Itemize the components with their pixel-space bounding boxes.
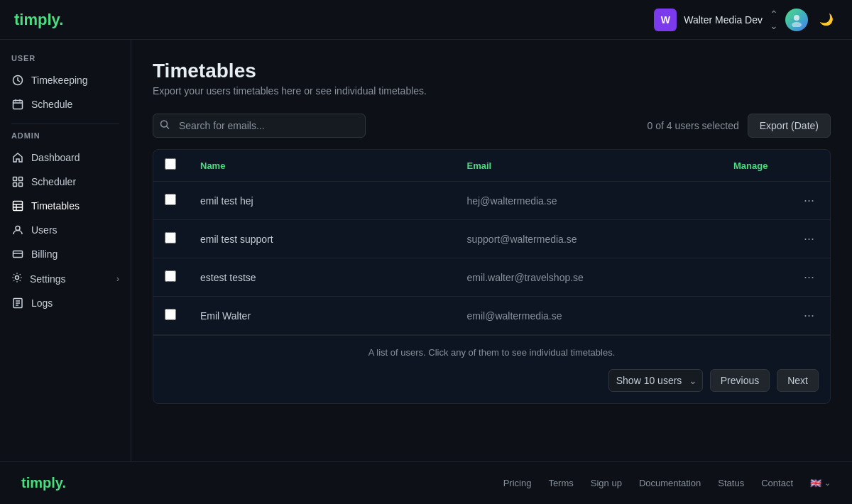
sidebar-item-timetables[interactable]: Timetables xyxy=(0,194,131,218)
main-layout: USER Timekeeping Schedule xyxy=(0,40,852,461)
search-export-row: 0 of 4 users selected Export (Date) xyxy=(153,114,831,138)
row-checkbox-4[interactable] xyxy=(165,309,176,320)
export-button[interactable]: Export (Date) xyxy=(748,114,831,138)
previous-button[interactable]: Previous xyxy=(710,369,770,392)
logs-icon xyxy=(11,297,24,309)
footer-link-contact[interactable]: Contact xyxy=(761,478,793,488)
page-footer: timply. Pricing Terms Sign up Documentat… xyxy=(0,461,852,504)
clock-icon xyxy=(11,74,24,87)
row-checkbox-1[interactable] xyxy=(165,194,176,205)
settings-chevron-icon: › xyxy=(116,274,119,284)
row-checkbox-3[interactable] xyxy=(165,270,176,282)
page-title: Timetables xyxy=(153,60,831,82)
table-row[interactable]: emil test hej hej@waltermedia.se ··· xyxy=(153,182,830,220)
sidebar-item-dashboard[interactable]: Dashboard xyxy=(0,146,131,170)
workspace-chevron-button[interactable]: ⌃⌄ xyxy=(770,9,778,31)
svg-rect-3 xyxy=(13,101,23,109)
cell-email-2: support@waltermedia.se xyxy=(467,234,734,245)
navbar: timply. W Walter Media Dev ⌃⌄ 🌙 xyxy=(0,0,852,40)
user-avatar xyxy=(785,9,808,31)
cell-name-1: emil test hej xyxy=(200,195,467,207)
header-checkbox-cell xyxy=(165,158,200,172)
search-input[interactable] xyxy=(153,114,366,138)
search-wrap xyxy=(153,114,366,138)
svg-line-24 xyxy=(167,126,170,129)
sidebar: USER Timekeeping Schedule xyxy=(0,40,131,461)
workspace-name: Walter Media Dev xyxy=(684,14,763,26)
grid-icon xyxy=(11,175,24,188)
page-subtitle: Export your users timetables here or see… xyxy=(153,85,831,97)
sidebar-user-label: USER xyxy=(0,54,131,68)
more-button-4[interactable]: ··· xyxy=(799,307,819,324)
table-row[interactable]: emil test support support@waltermedia.se… xyxy=(153,220,830,258)
theme-toggle-button[interactable]: 🌙 xyxy=(815,9,838,31)
gear-icon xyxy=(11,272,23,285)
svg-rect-7 xyxy=(13,177,17,181)
more-button-2[interactable]: ··· xyxy=(799,230,819,248)
footer-link-signup[interactable]: Sign up xyxy=(591,478,622,488)
svg-rect-9 xyxy=(13,183,17,187)
table-footer-note: A list of users. Click any of them to se… xyxy=(165,347,819,358)
sidebar-item-billing[interactable]: Billing xyxy=(0,242,131,266)
sidebar-item-logs[interactable]: Logs xyxy=(0,291,131,315)
sidebar-divider xyxy=(11,124,119,124)
cell-email-3: emil.walter@travelshop.se xyxy=(467,272,734,283)
cell-email-4: emil@waltermedia.se xyxy=(467,310,734,322)
cell-manage-1: ··· xyxy=(733,192,819,209)
show-select-wrap: Show 10 users Show 25 users Show 50 user… xyxy=(608,369,703,392)
selected-count: 0 of 4 users selected xyxy=(648,120,739,131)
flag-icon: 🇬🇧 xyxy=(810,478,821,488)
next-button[interactable]: Next xyxy=(777,369,819,392)
svg-point-18 xyxy=(16,276,19,280)
th-name: Name xyxy=(200,160,467,171)
more-button-1[interactable]: ··· xyxy=(799,192,819,209)
billing-icon xyxy=(11,248,24,261)
footer-link-status[interactable]: Status xyxy=(718,478,744,488)
cell-email-1: hej@waltermedia.se xyxy=(467,195,734,207)
home-icon xyxy=(11,151,24,164)
table-icon xyxy=(11,199,24,212)
export-right: 0 of 4 users selected Export (Date) xyxy=(648,114,831,138)
table-row[interactable]: Emil Walter emil@waltermedia.se ··· xyxy=(153,297,830,335)
more-button-3[interactable]: ··· xyxy=(799,268,819,286)
svg-rect-16 xyxy=(13,251,23,258)
sidebar-item-settings[interactable]: Settings › xyxy=(0,266,131,291)
workspace-avatar: W xyxy=(654,9,677,31)
footer-logo: timply. xyxy=(21,475,66,491)
users-table: Name Email Manage emil test hej hej@walt… xyxy=(153,149,831,404)
svg-rect-8 xyxy=(19,177,23,181)
sidebar-admin-label: ADMIN xyxy=(0,131,131,146)
cell-manage-4: ··· xyxy=(733,307,819,324)
search-icon xyxy=(160,120,170,132)
table-header: Name Email Manage xyxy=(153,150,830,182)
footer-link-documentation[interactable]: Documentation xyxy=(639,478,701,488)
cell-name-3: estest testse xyxy=(200,272,467,283)
footer-links: Pricing Terms Sign up Documentation Stat… xyxy=(503,478,831,488)
sidebar-item-timekeeping[interactable]: Timekeeping xyxy=(0,68,131,92)
cell-manage-3: ··· xyxy=(733,268,819,286)
svg-point-1 xyxy=(792,22,802,27)
pagination-row: Show 10 users Show 25 users Show 50 user… xyxy=(165,369,819,392)
svg-point-23 xyxy=(161,121,168,127)
person-icon xyxy=(11,224,24,236)
footer-link-pricing[interactable]: Pricing xyxy=(503,478,532,488)
cell-name-4: Emil Walter xyxy=(200,310,467,322)
main-content: Timetables Export your users timetables … xyxy=(131,40,852,461)
svg-point-0 xyxy=(794,15,799,21)
sidebar-item-users[interactable]: Users xyxy=(0,218,131,242)
select-all-checkbox[interactable] xyxy=(165,158,176,170)
th-manage: Manage xyxy=(733,160,819,171)
language-button[interactable]: 🇬🇧 ⌄ xyxy=(810,478,831,488)
table-footer: A list of users. Click any of them to se… xyxy=(153,335,830,403)
footer-link-terms[interactable]: Terms xyxy=(548,478,573,488)
lang-chevron-icon: ⌄ xyxy=(824,478,831,488)
navbar-logo: timply. xyxy=(14,11,63,29)
sidebar-item-schedule[interactable]: Schedule xyxy=(0,92,131,116)
th-email: Email xyxy=(467,160,734,171)
table-row[interactable]: estest testse emil.walter@travelshop.se … xyxy=(153,258,830,297)
show-users-select[interactable]: Show 10 users Show 25 users Show 50 user… xyxy=(608,369,703,392)
svg-rect-10 xyxy=(19,183,23,187)
svg-rect-11 xyxy=(13,202,23,211)
sidebar-item-scheduler[interactable]: Scheduler xyxy=(0,170,131,194)
row-checkbox-2[interactable] xyxy=(165,232,176,243)
